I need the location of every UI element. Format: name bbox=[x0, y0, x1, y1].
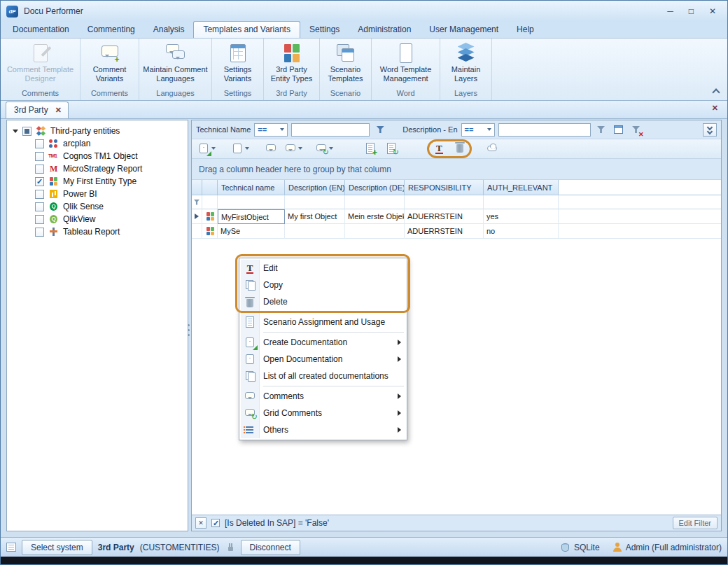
tree-item-my-first-entity-type[interactable]: My First Entity Type bbox=[10, 175, 185, 188]
tree-item-cognos-tm1[interactable]: Cognos TM1 Object bbox=[10, 150, 185, 162]
filter-expression[interactable]: [Is Deleted In SAP] = 'False' bbox=[225, 518, 329, 528]
cell-technical-name[interactable]: MySe bbox=[218, 224, 285, 239]
edit-filter-button[interactable]: Edit Filter bbox=[673, 517, 718, 529]
cell-responsibility[interactable]: ADUERRSTEIN bbox=[405, 209, 484, 224]
select-system-button[interactable]: Select system bbox=[22, 540, 92, 555]
menu-item-list-documentations[interactable]: List of all created documentations bbox=[241, 368, 405, 384]
description-en-operator-combo[interactable]: == bbox=[461, 123, 495, 137]
delete-entity-button[interactable] bbox=[456, 142, 463, 153]
filter-cell-description-en[interactable] bbox=[285, 195, 345, 209]
filter-close-button[interactable]: ✕ bbox=[195, 517, 206, 529]
tree-root-checkbox[interactable] bbox=[22, 127, 31, 136]
menu-item-open-documentation[interactable]: Open Documentation bbox=[241, 351, 405, 368]
menu-item-delete[interactable]: Delete bbox=[241, 293, 405, 310]
technical-name-operator-combo[interactable]: == bbox=[254, 123, 288, 137]
checkbox[interactable] bbox=[35, 202, 44, 211]
tree-item-qlik-sense[interactable]: Qlik Sense bbox=[10, 200, 185, 213]
cell-description-en[interactable] bbox=[285, 224, 345, 239]
tab-analysis[interactable]: Analysis bbox=[144, 22, 194, 38]
menu-item-grid-comments[interactable]: ↻ Grid Comments bbox=[241, 405, 405, 421]
technical-name-filter-input[interactable] bbox=[291, 123, 370, 137]
disconnect-button[interactable]: Disconnect bbox=[241, 540, 300, 555]
tree-item-qlikview[interactable]: QlikView bbox=[10, 213, 185, 225]
doc-tab-close-icon[interactable]: ✕ bbox=[55, 106, 62, 115]
filter-cell-responsibility[interactable] bbox=[405, 195, 484, 209]
create-documentation-button[interactable] bbox=[197, 142, 216, 155]
doc-tab-3rd-party[interactable]: 3rd Party ✕ bbox=[6, 102, 69, 118]
menu-item-comments[interactable]: Comments bbox=[241, 388, 405, 405]
close-button[interactable]: ✕ bbox=[709, 6, 716, 16]
comments-menu-button[interactable] bbox=[284, 142, 302, 155]
new-entity-button[interactable]: + bbox=[364, 142, 377, 155]
menu-item-copy[interactable]: Copy bbox=[241, 277, 405, 293]
cloud-comment-button[interactable] bbox=[486, 142, 498, 155]
apply-filter-button[interactable] bbox=[373, 123, 387, 137]
third-party-entity-types-button[interactable]: 3rd Party Entity Types bbox=[264, 40, 319, 87]
checkbox[interactable] bbox=[35, 152, 44, 161]
cell-description-en[interactable]: My first Object bbox=[285, 209, 345, 224]
cell-technical-name[interactable]: MyFirstObject bbox=[218, 209, 285, 224]
tab-help[interactable]: Help bbox=[507, 22, 543, 38]
tree-item-microstrategy[interactable]: MicroStrategy Report bbox=[10, 162, 185, 175]
column-header-technical-name[interactable]: Technical name bbox=[218, 180, 285, 195]
grid-row-1[interactable]: MyFirstObject My first Object Mein erste… bbox=[192, 209, 721, 224]
settings-variants-button[interactable]: Settings Variants bbox=[212, 40, 263, 87]
menu-item-edit[interactable]: Edit bbox=[241, 260, 405, 277]
cell-responsibility[interactable]: ADUERRSTEIN bbox=[405, 224, 484, 239]
word-export-button[interactable] bbox=[231, 142, 249, 155]
log-book-icon[interactable] bbox=[6, 543, 16, 552]
cell-auth-relevant[interactable]: no bbox=[484, 224, 559, 239]
filter-cell[interactable] bbox=[202, 195, 218, 209]
tree-item-arcplan[interactable]: arcplan bbox=[10, 137, 185, 150]
minimize-button[interactable]: ─ bbox=[667, 6, 673, 16]
cell-description-de[interactable] bbox=[345, 224, 405, 239]
filter-panel-button[interactable] bbox=[612, 123, 626, 137]
tab-documentation[interactable]: Documentation bbox=[4, 22, 78, 38]
column-header-description-en[interactable]: Description (EN) bbox=[285, 180, 345, 195]
word-template-management-button[interactable]: Word Template Management bbox=[372, 40, 440, 87]
cell-description-de[interactable]: Mein erste Objekt bbox=[345, 209, 405, 224]
ribbon-collapse-chevron-icon[interactable] bbox=[712, 88, 720, 96]
comment-button[interactable] bbox=[265, 142, 277, 155]
description-en-filter-input[interactable] bbox=[498, 123, 591, 137]
tree-expand-icon[interactable] bbox=[13, 130, 18, 133]
comment-template-designer-button[interactable]: Comment Template Designer bbox=[1, 40, 80, 87]
expand-filter-button[interactable] bbox=[703, 123, 717, 137]
tab-user-management[interactable]: User Management bbox=[420, 22, 507, 38]
checkbox[interactable] bbox=[35, 228, 44, 237]
tab-administration[interactable]: Administration bbox=[349, 22, 420, 38]
grid-row-2[interactable]: MySe ADUERRSTEIN no bbox=[192, 224, 721, 239]
maintain-comment-languages-button[interactable]: Maintain Comment Languages bbox=[139, 40, 211, 87]
column-header-auth-relevant[interactable]: AUTH_RELEVANT bbox=[484, 180, 559, 195]
checkbox[interactable] bbox=[35, 177, 44, 186]
checkbox[interactable] bbox=[35, 165, 44, 174]
reassign-entity-button[interactable]: ↻ bbox=[385, 142, 398, 155]
panel-close-icon[interactable]: ✕ bbox=[708, 104, 722, 116]
tree-item-tableau[interactable]: Tableau Report bbox=[10, 225, 185, 238]
cell-auth-relevant[interactable]: yes bbox=[484, 209, 559, 224]
tab-templates-and-variants[interactable]: Templates and Variants bbox=[193, 21, 300, 38]
comment-variants-button[interactable]: + Comment Variants bbox=[80, 40, 139, 87]
tab-commenting[interactable]: Commenting bbox=[78, 22, 144, 38]
column-header-description-de[interactable]: Description (DE) bbox=[345, 180, 405, 195]
filter-button[interactable] bbox=[594, 123, 608, 137]
filter-cell-auth-relevant[interactable] bbox=[484, 195, 559, 209]
group-by-panel[interactable]: Drag a column header here to group by th… bbox=[192, 159, 721, 180]
tree-item-power-bi[interactable]: Power BI bbox=[10, 188, 185, 200]
menu-item-others[interactable]: Others bbox=[241, 421, 405, 438]
scenario-templates-button[interactable]: Scenario Templates bbox=[320, 40, 371, 87]
column-header-responsibility[interactable]: RESPONSIBILITY bbox=[405, 180, 484, 195]
panel-splitter[interactable] bbox=[187, 316, 190, 344]
checkbox[interactable] bbox=[35, 139, 44, 148]
clear-filter-button[interactable]: ✕ bbox=[629, 123, 643, 137]
refresh-comments-button[interactable]: ↻ bbox=[315, 142, 333, 155]
checkbox[interactable] bbox=[35, 215, 44, 224]
tab-settings[interactable]: Settings bbox=[300, 22, 349, 38]
edit-entity-button[interactable] bbox=[435, 144, 443, 154]
filter-enabled-checkbox[interactable] bbox=[211, 519, 220, 527]
maximize-button[interactable]: □ bbox=[689, 6, 694, 16]
filter-cell-description-de[interactable] bbox=[345, 195, 405, 209]
checkbox[interactable] bbox=[35, 190, 44, 199]
filter-cell-technical-name[interactable] bbox=[218, 195, 285, 209]
tree-root[interactable]: Third-party entities bbox=[10, 125, 185, 137]
